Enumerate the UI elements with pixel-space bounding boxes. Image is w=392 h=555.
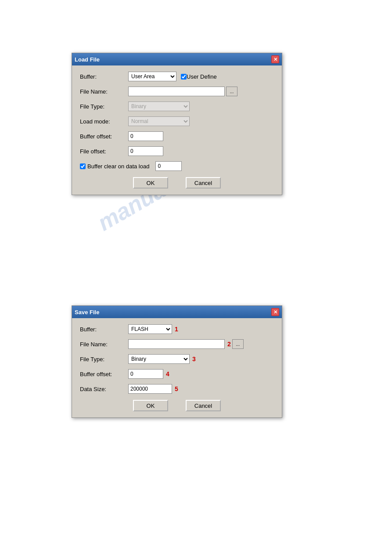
load-mode-select[interactable]: Normal OR AND XOR — [128, 116, 190, 126]
save-datasize-control: 5 — [128, 384, 274, 394]
save-filetype-control: Binary Intel HEX Motorola S 3 — [128, 354, 274, 364]
save-filetype-row: File Type: Binary Intel HEX Motorola S 3 — [80, 354, 274, 364]
save-filetype-annotation: 3 — [192, 355, 196, 363]
save-filename-control: 2 ... — [128, 339, 274, 349]
load-buffer-control: User Area FLASH Config User Define — [128, 72, 274, 81]
save-buffer-annotation: 1 — [175, 326, 178, 333]
save-filetype-label: File Type: — [80, 356, 128, 363]
load-mode-row: Load mode: Normal OR AND XOR — [80, 116, 274, 126]
load-dialog-titlebar: Load File ✕ — [72, 53, 282, 65]
load-mode-control: Normal OR AND XOR — [128, 116, 274, 126]
load-fileoffset-input[interactable] — [128, 146, 163, 156]
save-dialog-title: Save File — [75, 309, 99, 316]
load-user-define-area: User Define — [181, 73, 217, 80]
load-bufferclear-checkbox[interactable] — [80, 163, 86, 169]
save-filename-label: File Name: — [80, 341, 128, 348]
load-bufferclear-control: Buffer clear on data load — [80, 161, 274, 171]
save-browse-button[interactable]: ... — [232, 339, 244, 349]
save-buffer-select[interactable]: FLASH User Area Config — [128, 324, 172, 334]
load-filename-input[interactable] — [128, 87, 225, 96]
save-datasize-annotation: 5 — [175, 385, 178, 392]
save-button-row: OK Cancel — [80, 400, 274, 411]
load-bufferoffset-control — [128, 131, 274, 141]
save-buffer-label: Buffer: — [80, 326, 128, 333]
load-buffer-select[interactable]: User Area FLASH Config — [128, 72, 176, 81]
save-filetype-select[interactable]: Binary Intel HEX Motorola S — [128, 354, 190, 364]
save-filename-annotation: 2 — [227, 341, 231, 348]
load-file-dialog: Load File ✕ Buffer: User Area FLASH Conf… — [72, 53, 282, 195]
load-mode-label: Load mode: — [80, 118, 128, 125]
load-filetype-row: File Type: Binary Intel HEX Motorola S — [80, 102, 274, 111]
load-dialog-title: Load File — [75, 56, 100, 63]
load-filename-row: File Name: ... — [80, 87, 274, 96]
load-filename-label: File Name: — [80, 88, 128, 95]
load-filetype-control: Binary Intel HEX Motorola S — [128, 102, 274, 111]
save-datasize-label: Data Size: — [80, 386, 128, 392]
load-ok-button[interactable]: OK — [133, 177, 168, 189]
load-buffer-label: Buffer: — [80, 73, 128, 80]
load-buffer-row: Buffer: User Area FLASH Config User Defi… — [80, 72, 274, 81]
load-bufferclear-row: Buffer clear on data load — [80, 161, 274, 171]
save-file-dialog: Save File ✕ Buffer: FLASH User Area Conf… — [72, 305, 282, 418]
save-buffer-row: Buffer: FLASH User Area Config 1 — [80, 324, 274, 334]
load-filetype-label: File Type: — [80, 103, 128, 110]
save-datasize-row: Data Size: 5 — [80, 384, 274, 394]
save-filename-row: File Name: 2 ... — [80, 339, 274, 349]
save-datasize-input[interactable] — [128, 384, 172, 394]
load-bufferclear-label: Buffer clear on data load — [87, 163, 149, 170]
load-fileoffset-label: File offset: — [80, 148, 128, 155]
load-filetype-select[interactable]: Binary Intel HEX Motorola S — [128, 102, 190, 111]
load-bufferoffset-input[interactable] — [128, 131, 163, 141]
load-dialog-close-button[interactable]: ✕ — [271, 55, 279, 63]
load-fileoffset-control — [128, 146, 274, 156]
save-buffer-control: FLASH User Area Config 1 — [128, 324, 274, 334]
save-dialog-close-button[interactable]: ✕ — [271, 308, 279, 316]
load-bufferclear-wrapper: Buffer clear on data load — [80, 163, 149, 170]
save-bufferoffset-annotation: 4 — [166, 370, 169, 377]
load-user-define-checkbox[interactable] — [181, 74, 187, 80]
save-bufferoffset-control: 4 — [128, 369, 274, 379]
save-bufferoffset-label: Buffer offset: — [80, 371, 128, 377]
load-filename-control: ... — [128, 87, 274, 96]
save-dialog-body: Buffer: FLASH User Area Config 1 File Na… — [72, 318, 282, 417]
load-user-define-label: User Define — [187, 73, 217, 80]
load-button-row: OK Cancel — [80, 177, 274, 189]
save-ok-button[interactable]: OK — [133, 400, 168, 411]
load-browse-button[interactable]: ... — [226, 87, 237, 96]
load-bufferoffset-row: Buffer offset: — [80, 131, 274, 141]
load-cancel-button[interactable]: Cancel — [186, 177, 221, 189]
save-dialog-titlebar: Save File ✕ — [72, 306, 282, 318]
save-cancel-button[interactable]: Cancel — [186, 400, 221, 411]
save-bufferoffset-row: Buffer offset: 4 — [80, 369, 274, 379]
load-fileoffset-row: File offset: — [80, 146, 274, 156]
load-bufferoffset-label: Buffer offset: — [80, 133, 128, 140]
save-bufferoffset-input[interactable] — [128, 369, 163, 379]
save-filename-input[interactable] — [128, 339, 225, 349]
load-dialog-body: Buffer: User Area FLASH Config User Defi… — [72, 65, 282, 195]
load-bufferclear-value[interactable] — [155, 161, 182, 171]
